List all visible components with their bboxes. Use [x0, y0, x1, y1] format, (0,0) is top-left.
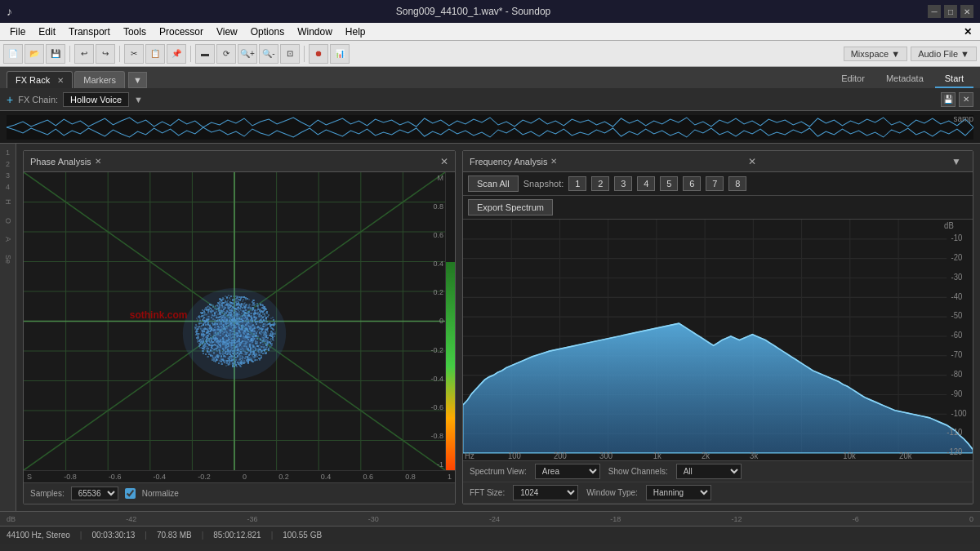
freq-button-row: Scan All Snapshot: 1 2 3 4 5 6 7 8 [463, 172, 973, 196]
tb-redo[interactable]: ↪ [96, 44, 115, 64]
tb-new[interactable]: 📄 [3, 44, 23, 64]
tb-record[interactable]: ⏺ [309, 44, 328, 64]
tb-zoom-in[interactable]: 🔍+ [238, 44, 257, 64]
waveform-display [7, 115, 973, 140]
phase-panel-header: Phase Analysis ✕ ✕ [24, 151, 455, 172]
freq-panel-tab-close[interactable]: ✕ [550, 157, 557, 166]
menu-file[interactable]: File [3, 24, 32, 39]
phase-panel-tab-close[interactable]: ✕ [95, 157, 101, 166]
tb-fit[interactable]: ⊡ [280, 44, 300, 64]
menu-edit[interactable]: Edit [32, 24, 62, 39]
menu-view[interactable]: View [210, 24, 244, 39]
tb-spectrum[interactable]: 📊 [330, 44, 350, 64]
statusbar: 44100 Hz, Stereo | 00:03:30:13 | 70.83 M… [0, 526, 980, 544]
minimize-button[interactable]: ─ [928, 5, 941, 18]
tb-loop[interactable]: ⟳ [216, 44, 236, 64]
frequency-analysis-panel: Frequency Analysis ✕ ✕ ▼ Scan All Snapsh… [462, 150, 973, 504]
tab-editor[interactable]: Editor [831, 70, 875, 88]
menu-tools[interactable]: Tools [117, 24, 153, 39]
tab-metadata[interactable]: Metadata [876, 70, 933, 88]
snapshot-1-button[interactable]: 1 [568, 176, 586, 191]
tb-cut[interactable]: ✂ [124, 44, 144, 64]
spectrum-view-select[interactable]: Area Line Bar [535, 464, 600, 479]
fxchain-dropdown[interactable]: ▼ [134, 95, 143, 104]
show-channels-select[interactable]: All Left Right [676, 464, 742, 479]
scan-all-button[interactable]: Scan All [468, 176, 519, 192]
time-status: 00:03:30:13 [91, 531, 135, 540]
db-marker-0: 0 [969, 515, 973, 523]
svg-text:Hz: Hz [465, 451, 474, 460]
snapshot-8-button[interactable]: 8 [728, 176, 746, 191]
menu-options[interactable]: Options [244, 24, 291, 39]
tb-copy[interactable]: 📋 [145, 44, 165, 64]
phase-bottom-labels: S -0.8 -0.6 -0.4 -0.2 0 0.2 0.4 0.6 0.8 … [24, 470, 455, 482]
freq-panel-close-button[interactable]: ✕ [748, 156, 756, 167]
svg-text:10k: 10k [843, 451, 855, 460]
filesize-status: 70.83 MB [157, 531, 192, 540]
menubar-close[interactable]: ✕ [959, 24, 977, 39]
menu-help[interactable]: Help [339, 24, 372, 39]
snapshot-2-button[interactable]: 2 [591, 176, 609, 191]
close-button[interactable]: ✕ [960, 5, 973, 18]
sidebar-label-h: H [4, 199, 12, 205]
tb-sep4 [304, 46, 305, 62]
svg-text:1k: 1k [653, 451, 662, 460]
db-marker-db: dB [7, 515, 16, 523]
fxchain-close-button[interactable]: ✕ [959, 92, 973, 107]
stereo-meter [445, 172, 455, 470]
frequency-plot: -10 -20 -30 -40 -50 -60 -70 -80 -90 -100… [463, 220, 973, 460]
tb-undo[interactable]: ↩ [74, 44, 94, 64]
menubar: File Edit Transport Tools Processor View… [0, 23, 980, 41]
freq-panel-dropdown[interactable]: ▼ [947, 156, 966, 167]
toolbar: 📄 📂 💾 ↩ ↪ ✂ 📋 📌 ▬ ⟳ 🔍+ 🔍- ⊡ ⏺ 📊 Mixspace… [0, 41, 980, 67]
maximize-button[interactable]: □ [944, 5, 957, 18]
fxchain-name: Hollow Voice [63, 92, 129, 107]
snapshot-6-button[interactable]: 6 [683, 176, 701, 191]
status-sep2: | [145, 531, 147, 540]
menu-processor[interactable]: Processor [153, 24, 210, 39]
tb-select[interactable]: ▬ [195, 44, 215, 64]
fxchain-add-button[interactable]: + [7, 93, 13, 106]
spectrum-view-label: Spectrum View: [470, 467, 527, 476]
app-icon: ♪ [7, 5, 12, 18]
export-spectrum-button[interactable]: Export Spectrum [468, 199, 553, 216]
track-num-1: 1 [6, 149, 10, 157]
tb-open[interactable]: 📂 [24, 44, 44, 64]
tb-paste[interactable]: 📌 [167, 44, 186, 64]
menu-transport[interactable]: Transport [62, 24, 117, 39]
tb-save[interactable]: 💾 [46, 44, 65, 64]
stereo-meter-fill [446, 262, 455, 471]
fxchain-save-button[interactable]: 💾 [941, 92, 956, 107]
tab-fx-rack[interactable]: FX Rack ✕ [7, 71, 73, 88]
waveform-area: samp [0, 111, 980, 144]
snapshot-7-button[interactable]: 7 [706, 176, 724, 191]
audio-file-button[interactable]: Audio File ▼ [911, 47, 977, 61]
mixspace-button[interactable]: Mixspace ▼ [844, 47, 907, 61]
snapshot-3-button[interactable]: 3 [614, 176, 632, 191]
fx-rack-close-icon[interactable]: ✕ [57, 76, 64, 85]
tb-sep3 [190, 46, 191, 62]
freq-export-row: Export Spectrum [463, 196, 973, 220]
snapshot-5-button[interactable]: 5 [660, 176, 678, 191]
window-type-select[interactable]: Hanning Hamming Blackman [646, 485, 711, 500]
samples-select[interactable]: 65536 32768 16384 [71, 487, 118, 500]
disk-space-status: 100.55 GB [283, 531, 322, 540]
db-markers: dB -42 -36 -30 -24 -18 -12 -6 0 [7, 515, 973, 523]
fxchain-bar: + FX Chain: Hollow Voice ▼ 💾 ✕ [0, 88, 980, 111]
normalize-checkbox[interactable] [125, 488, 136, 499]
tabs-dropdown[interactable]: ▼ [128, 72, 147, 88]
fft-size-select[interactable]: 1024 2048 4096 [513, 485, 578, 500]
svg-text:3k: 3k [750, 451, 758, 460]
tb-zoom-out[interactable]: 🔍- [259, 44, 278, 64]
phase-right-labels: M 0.8 0.6 0.4 0.2 0 -0.2 -0.4 -0.6 -0.8 … [421, 172, 445, 470]
menu-window[interactable]: Window [291, 24, 339, 39]
snapshot-4-button[interactable]: 4 [637, 176, 655, 191]
show-channels-label: Show Channels: [608, 467, 668, 476]
tab-start[interactable]: Start [935, 70, 973, 88]
svg-text:-40: -40 [951, 291, 963, 300]
svg-text:-110: -110 [947, 428, 963, 437]
sidebar-label-o: O [4, 218, 12, 224]
svg-text:100: 100 [508, 451, 521, 460]
tab-markers[interactable]: Markers [74, 71, 125, 88]
phase-panel-close-button[interactable]: ✕ [440, 156, 448, 167]
